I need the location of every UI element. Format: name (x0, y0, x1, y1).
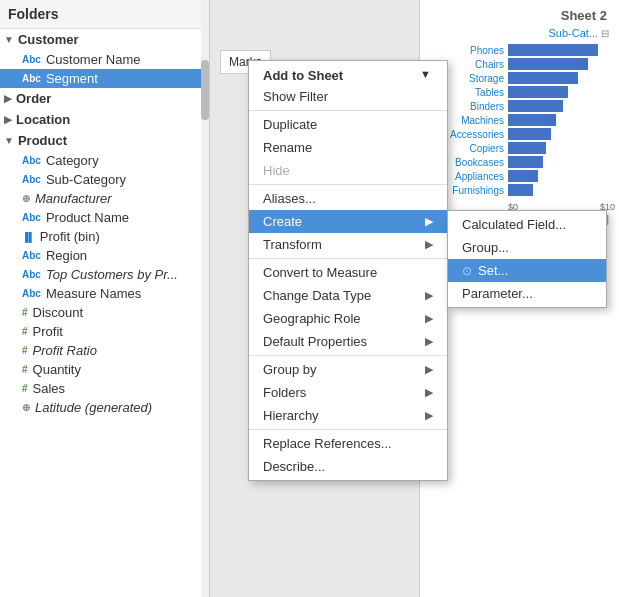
menu-add-to-sheet-header: Add to Sheet ▼ (249, 63, 447, 85)
parameter-label: Parameter... (462, 286, 533, 301)
menu-rename[interactable]: Rename (249, 136, 447, 159)
submenu-calculated-field[interactable]: Calculated Field... (448, 213, 606, 236)
field-profit-ratio[interactable]: # Profit Ratio (0, 341, 209, 360)
submenu-arrow-icon: ▶ (425, 363, 433, 376)
bar-row: Phones (424, 44, 615, 56)
folder-customer[interactable]: ▼ Customer (0, 29, 209, 50)
bar-fill (508, 58, 588, 70)
menu-describe[interactable]: Describe... (249, 455, 447, 478)
replace-references-label: Replace References... (263, 436, 392, 451)
folders-label: Folders (263, 385, 306, 400)
field-category[interactable]: Abc Category (0, 151, 209, 170)
measure-icon: # (22, 383, 28, 394)
measure-icon: # (22, 345, 28, 356)
set-icon: ⊙ (462, 264, 472, 278)
field-sub-category[interactable]: Abc Sub-Category (0, 170, 209, 189)
folder-order[interactable]: ▶ Order (0, 88, 209, 109)
dropdown-arrow: ▼ (420, 68, 431, 80)
menu-duplicate[interactable]: Duplicate (249, 113, 447, 136)
subcat-header: Sub-Cat... ⊟ (424, 27, 615, 39)
menu-hierarchy[interactable]: Hierarchy ▶ (249, 404, 447, 427)
menu-transform[interactable]: Transform ▶ (249, 233, 447, 256)
folders-header: Folders (0, 0, 209, 29)
divider (249, 355, 447, 356)
bar-fill (508, 72, 578, 84)
convert-to-measure-label: Convert to Measure (263, 265, 377, 280)
abc-icon: Abc (22, 269, 41, 280)
describe-label: Describe... (263, 459, 325, 474)
divider (249, 258, 447, 259)
field-top-customers[interactable]: Abc Top Customers by Pr... (0, 265, 209, 284)
bar-row: Copiers (424, 142, 615, 154)
sheet-title: Sheet 2 (424, 4, 615, 27)
field-label: Sub-Category (46, 172, 126, 187)
add-to-sheet-label: Add to Sheet (263, 68, 343, 83)
submenu-set[interactable]: ⊙ Set... (448, 259, 606, 282)
submenu-parameter[interactable]: Parameter... (448, 282, 606, 305)
create-label: Create (263, 214, 302, 229)
field-product-name[interactable]: Abc Product Name (0, 208, 209, 227)
bar-fill (508, 114, 556, 126)
bar-fill (508, 142, 546, 154)
bar-fill (508, 184, 533, 196)
field-discount[interactable]: # Discount (0, 303, 209, 322)
submenu-arrow-icon: ▶ (425, 335, 433, 348)
field-sales[interactable]: # Sales (0, 379, 209, 398)
menu-replace-references[interactable]: Replace References... (249, 432, 447, 455)
field-segment[interactable]: Abc Segment (0, 69, 209, 88)
bar-row: Furnishings (424, 184, 615, 196)
bar-row: Bookcases (424, 156, 615, 168)
field-latitude[interactable]: ⊕ Latitude (generated) (0, 398, 209, 417)
field-label: Quantity (33, 362, 81, 377)
main-container: Folders ▼ Customer Abc Customer Name Abc… (0, 0, 619, 597)
field-measure-names[interactable]: Abc Measure Names (0, 284, 209, 303)
field-profit[interactable]: # Profit (0, 322, 209, 341)
bar-row: Machines (424, 114, 615, 126)
menu-convert-to-measure[interactable]: Convert to Measure (249, 261, 447, 284)
submenu-arrow-icon: ▶ (425, 312, 433, 325)
abc-icon: Abc (22, 73, 41, 84)
folder-product-label: Product (18, 133, 67, 148)
calculated-field-label: Calculated Field... (462, 217, 566, 232)
divider (249, 184, 447, 185)
menu-create[interactable]: Create ▶ Calculated Field... Group... ⊙ … (249, 210, 447, 233)
menu-group-by[interactable]: Group by ▶ (249, 358, 447, 381)
menu-folders[interactable]: Folders ▶ (249, 381, 447, 404)
bar-fill (508, 100, 563, 112)
set-label: Set... (478, 263, 508, 278)
subcat-label: Sub-Cat... (548, 27, 598, 39)
submenu-arrow-icon: ▶ (425, 289, 433, 302)
chevron-icon: ▶ (4, 114, 12, 125)
submenu-arrow-icon: ▶ (425, 409, 433, 422)
menu-default-properties[interactable]: Default Properties ▶ (249, 330, 447, 353)
menu-change-data-type[interactable]: Change Data Type ▶ (249, 284, 447, 307)
filter-icon: ⊟ (601, 28, 609, 39)
abc-icon: Abc (22, 54, 41, 65)
submenu-arrow-icon: ▶ (425, 215, 433, 228)
field-customer-name[interactable]: Abc Customer Name (0, 50, 209, 69)
chevron-icon: ▼ (4, 135, 14, 146)
folder-location[interactable]: ▶ Location (0, 109, 209, 130)
field-quantity[interactable]: # Quantity (0, 360, 209, 379)
bar-row: Tables (424, 86, 615, 98)
field-label: Sales (33, 381, 66, 396)
field-profit-bin[interactable]: ▐▌ Profit (bin) (0, 227, 209, 246)
duplicate-label: Duplicate (263, 117, 317, 132)
chevron-icon: ▶ (4, 93, 12, 104)
field-label: Manufacturer (35, 191, 112, 206)
scrollbar[interactable] (201, 0, 209, 597)
group-by-label: Group by (263, 362, 316, 377)
field-label: Customer Name (46, 52, 141, 67)
measure-icon: # (22, 326, 28, 337)
scroll-thumb[interactable] (201, 60, 209, 120)
submenu-group[interactable]: Group... (448, 236, 606, 259)
right-panel: Marks Add to Sheet ▼ Show Filter Duplica… (210, 0, 619, 597)
menu-show-filter[interactable]: Show Filter (249, 85, 447, 108)
menu-geographic-role[interactable]: Geographic Role ▶ (249, 307, 447, 330)
abc-icon: Abc (22, 250, 41, 261)
folder-product[interactable]: ▼ Product (0, 130, 209, 151)
transform-label: Transform (263, 237, 322, 252)
field-region[interactable]: Abc Region (0, 246, 209, 265)
menu-aliases[interactable]: Aliases... (249, 187, 447, 210)
field-manufacturer[interactable]: ⊕ Manufacturer (0, 189, 209, 208)
